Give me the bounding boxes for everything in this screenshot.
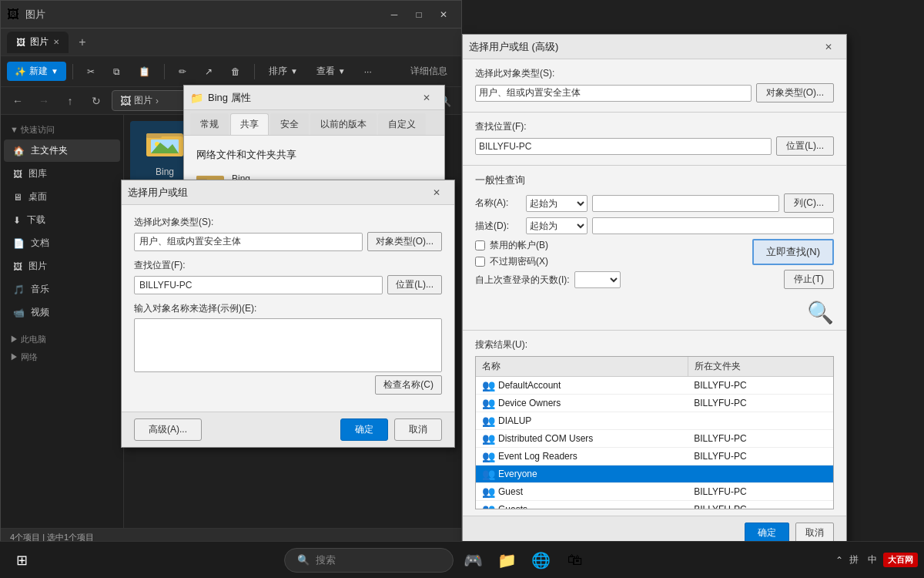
user-group-icon: 👥 [482, 503, 495, 509]
cut-button[interactable]: ✂ [79, 63, 102, 80]
title-controls: ─ □ ✕ [383, 5, 455, 24]
sidebar-section-network[interactable]: ▶ 网络 [1, 348, 123, 366]
adv-general-query-title: 一般性查询 [475, 173, 834, 187]
tab-share[interactable]: 共享 [230, 113, 269, 135]
result-row[interactable]: 👥Distributed COM UsersBILLYFU-PC [476, 430, 833, 448]
adv-desc-input[interactable] [592, 217, 834, 234]
maximize-button[interactable]: □ [407, 5, 430, 24]
list-columns-button[interactable]: 列(C)... [784, 193, 834, 213]
bing-dialog-close[interactable]: ✕ [415, 89, 438, 107]
find-now-button[interactable]: 立即查找(N) [752, 239, 834, 265]
delete-button[interactable]: 🗑 [223, 63, 248, 80]
sidebar-item-downloads[interactable]: ⬇ 下载 [4, 209, 120, 231]
no-expire-password-checkbox[interactable] [475, 257, 485, 267]
refresh-button[interactable]: ↻ [85, 90, 107, 112]
location-button[interactable]: 位置(L)... [387, 275, 442, 294]
paste-button[interactable]: 📋 [131, 63, 158, 80]
sidebar-item-desktop[interactable]: 🖥 桌面 [4, 186, 120, 208]
check-names-button[interactable]: 检查名称(C) [375, 375, 442, 395]
results-label: 搜索结果(U): [475, 338, 834, 351]
tab-pictures[interactable]: 🖼 图片 ✕ [7, 32, 69, 53]
sidebar-item-gallery[interactable]: 🖼 图库 [4, 163, 120, 185]
advanced-ok-button[interactable]: 确定 [745, 523, 789, 543]
advanced-dialog-close-button[interactable]: ✕ [817, 38, 840, 56]
result-folder-cell: BILLYFU-PC [688, 448, 833, 465]
adv-name-input[interactable] [592, 195, 779, 212]
select-user-ok-button[interactable]: 确定 [340, 418, 388, 441]
start-button[interactable]: ⊞ [6, 545, 37, 576]
videos-icon: 📹 [13, 307, 25, 318]
result-row[interactable]: 👥DIALUP [476, 412, 833, 430]
location-section: 查找位置(F): BILLYFU-PC 位置(L)... [134, 259, 442, 294]
taskbar-icon-store[interactable]: 🛍 [561, 546, 589, 574]
disabled-accounts-row: 禁用的帐户(B) [475, 239, 621, 252]
share-button[interactable]: ↗ [197, 63, 220, 80]
advanced-button[interactable]: 高级(A)... [134, 418, 202, 441]
tab-previous-versions[interactable]: 以前的版本 [310, 113, 377, 135]
download-icon: ⬇ [13, 215, 21, 226]
result-row[interactable]: 👥Device OwnersBILLYFU-PC [476, 395, 833, 412]
forward-button[interactable]: → [33, 90, 55, 112]
result-name-cell: 👥Guests [476, 501, 688, 509]
details-button[interactable]: 详细信息 [403, 62, 455, 81]
sidebar-item-videos[interactable]: 📹 视频 [4, 301, 120, 324]
result-row[interactable]: 👥Event Log ReadersBILLYFU-PC [476, 448, 833, 465]
ime-mode[interactable]: 中 [865, 552, 880, 568]
minimize-button[interactable]: ─ [383, 5, 406, 24]
user-group-icon: 👥 [482, 415, 495, 427]
adv-name-option-select[interactable]: 起始为 包含 结束为 等于 [526, 195, 588, 212]
search-icon-container: 🔍 [807, 300, 834, 325]
new-tab-button[interactable]: + [72, 32, 93, 53]
input-section: 输入对象名称来选择(示例)(E): 检查名称(C) [134, 302, 442, 395]
sidebar-item-home[interactable]: 🏠 主文件夹 [4, 139, 120, 162]
input-label: 输入对象名称来选择(示例)(E): [134, 302, 442, 315]
tab-security[interactable]: 安全 [270, 113, 309, 135]
days-row: 自上次查登录的天数(I): [475, 271, 621, 288]
sidebar-item-music[interactable]: 🎵 音乐 [4, 278, 120, 301]
taskbar-search[interactable]: 🔍 搜索 [284, 548, 454, 573]
select-user-close-button[interactable]: ✕ [425, 183, 448, 202]
taskbar-icon-edge[interactable]: 🌐 [527, 546, 555, 574]
adv-desc-option-select[interactable]: 起始为 包含 [526, 217, 588, 234]
rename-button[interactable]: ✏ [171, 63, 194, 80]
tab-general[interactable]: 常规 [190, 113, 229, 135]
new-button[interactable]: ✨ 新建 ▼ [7, 62, 66, 81]
view-button[interactable]: 查看 ▼ [309, 62, 353, 81]
back-button[interactable]: ← [7, 90, 28, 112]
user-input-area[interactable] [134, 318, 442, 372]
adv-general-query-section: 一般性查询 名称(A): 起始为 包含 结束为 等于 列(C)... 描述(D)… [463, 166, 846, 331]
search-animation-icon: 🔍 [807, 301, 834, 324]
object-type-label: 选择此对象类型(S): [134, 216, 442, 229]
object-type-button[interactable]: 对象类型(O)... [367, 232, 442, 251]
up-button[interactable]: ↑ [59, 90, 81, 112]
disabled-accounts-checkbox[interactable] [475, 240, 485, 250]
results-table: 名称 所在文件夹 👥DefaultAccountBILLYFU-PC👥Devic… [475, 356, 834, 509]
taskbar-center: 🔍 搜索 🎮 📁 🌐 🛍 [284, 546, 589, 574]
result-row[interactable]: 👥GuestsBILLYFU-PC [476, 501, 833, 509]
advanced-cancel-button[interactable]: 取消 [795, 523, 834, 543]
result-row[interactable]: 👥DefaultAccountBILLYFU-PC [476, 377, 833, 395]
adv-object-type-button[interactable]: 对象类型(O)... [756, 83, 834, 102]
tab-customize[interactable]: 自定义 [378, 113, 426, 135]
ime-lang[interactable]: 拼 [846, 552, 862, 568]
copy-button[interactable]: ⧉ [105, 63, 128, 80]
sidebar-section-thispc[interactable]: ▶ 此电脑 [1, 331, 123, 348]
result-row[interactable]: 👥GuestBILLYFU-PC [476, 483, 833, 501]
adv-location-button[interactable]: 位置(L)... [776, 136, 834, 156]
taskbar-icon-folder[interactable]: 📁 [494, 546, 521, 574]
select-user-cancel-button[interactable]: 取消 [394, 418, 442, 441]
more-button[interactable]: ··· [357, 63, 380, 80]
user-group-icon: 👥 [482, 468, 495, 480]
sidebar-item-pictures[interactable]: 🖼 图片 [4, 255, 120, 277]
result-row[interactable]: 👥Everyone [476, 465, 833, 483]
adv-action-buttons: 立即查找(N) 停止(T) 🔍 [752, 239, 834, 325]
sort-button[interactable]: 排序 ▼ [261, 62, 306, 81]
location-value: BILLYFU-PC [134, 276, 383, 294]
taskbar-icon-game[interactable]: 🎮 [460, 546, 487, 574]
close-button[interactable]: ✕ [432, 5, 455, 24]
sidebar-section-quick[interactable]: ▼ 快速访问 [1, 121, 123, 139]
days-select[interactable] [574, 271, 621, 288]
sidebar-item-documents[interactable]: 📄 文档 [4, 232, 120, 254]
stop-button[interactable]: 停止(T) [784, 270, 834, 289]
taskbar-left: ⊞ [0, 545, 37, 576]
